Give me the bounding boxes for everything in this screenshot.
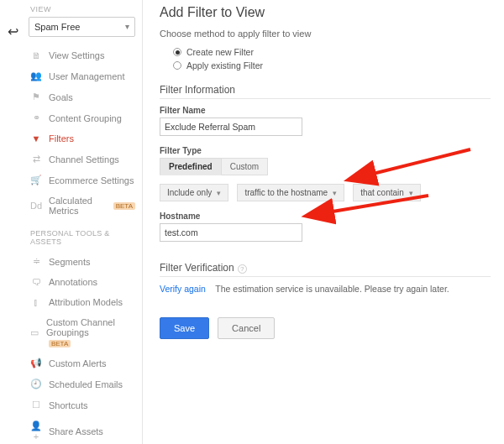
sidebar-item-goals[interactable]: ⚑ Goals bbox=[25, 86, 139, 107]
radio-label: Apply existing Filter bbox=[186, 60, 263, 71]
chevron-down-icon: ▾ bbox=[409, 189, 413, 197]
sidebar-item-label: User Management bbox=[49, 71, 125, 81]
sidebar-item-channel-settings[interactable]: ⇄ Channel Settings bbox=[25, 149, 139, 170]
channel-icon: ⇄ bbox=[30, 154, 42, 165]
segments-icon: ≑ bbox=[30, 256, 42, 267]
hostname-label: Hostname bbox=[160, 212, 491, 221]
sidebar-item-ecommerce-settings[interactable]: 🛒 Ecommerce Settings bbox=[25, 170, 139, 191]
sidebar-item-label: Attribution Models bbox=[49, 297, 123, 307]
sidebar-item-label: Annotations bbox=[49, 277, 97, 287]
section-personal-tools: PERSONAL TOOLS & ASSETS bbox=[25, 221, 139, 251]
sidebar-item-segments[interactable]: ≑ Segments bbox=[25, 251, 139, 272]
dropdown-include-exclude[interactable]: Include only▾ bbox=[160, 184, 228, 201]
sidebar-item-label: Custom Channel Groupings bbox=[46, 317, 115, 337]
radio-label: Create new Filter bbox=[186, 47, 254, 57]
sidebar-item-view-settings[interactable]: 🗎 View Settings bbox=[25, 45, 139, 65]
view-selector[interactable]: Spam Free bbox=[29, 17, 135, 37]
sidebar-item-filters[interactable]: ▼ Filters bbox=[25, 128, 139, 149]
sidebar-item-label: Ecommerce Settings bbox=[49, 175, 134, 185]
tab-predefined[interactable]: Predefined bbox=[160, 158, 222, 175]
sidebar-item-label: Content Grouping bbox=[49, 113, 122, 123]
sidebar-item-attribution-models[interactable]: ⫿ Attribution Models bbox=[25, 292, 139, 312]
verify-again-link[interactable]: Verify again bbox=[160, 284, 206, 294]
funnel-icon: ▼ bbox=[30, 133, 42, 144]
verify-message: The estimation service is unavailable. P… bbox=[215, 284, 449, 294]
info-icon: ? bbox=[238, 264, 247, 274]
group-icon: ⚭ bbox=[30, 112, 42, 123]
save-button[interactable]: Save bbox=[160, 317, 209, 339]
filter-name-label: Filter Name bbox=[160, 106, 491, 115]
chevron-down-icon: ▾ bbox=[217, 189, 221, 197]
cart-icon: 🛒 bbox=[30, 175, 42, 185]
cancel-button[interactable]: Cancel bbox=[218, 317, 275, 339]
dropdown-expression[interactable]: that contain▾ bbox=[353, 184, 421, 201]
sidebar-item-label: Segments bbox=[49, 257, 91, 267]
filter-type-tabs: Predefined Custom bbox=[160, 158, 491, 175]
filter-name-input[interactable] bbox=[160, 118, 302, 136]
hostname-input[interactable] bbox=[160, 223, 302, 242]
sidebar-item-label: Calculated Metrics bbox=[49, 196, 104, 216]
chevron-down-icon: ▾ bbox=[333, 189, 337, 197]
sidebar-item-scheduled-emails[interactable]: 🕘 Scheduled Emails bbox=[25, 373, 139, 394]
beta-badge: BETA bbox=[113, 202, 135, 210]
channel-group-icon: ▭ bbox=[30, 327, 39, 338]
sidebar-item-share-assets[interactable]: 👤+ Share Assets bbox=[25, 415, 139, 444]
choose-method-label: Choose method to apply filter to view bbox=[160, 29, 491, 39]
sidebar-item-label: Channel Settings bbox=[49, 154, 119, 165]
radio-apply-existing[interactable]: Apply existing Filter bbox=[160, 59, 491, 72]
bars-icon: ⫿ bbox=[30, 297, 42, 307]
sidebar-item-annotations[interactable]: 🗨 Annotations bbox=[25, 272, 139, 292]
dropdown-label: that contain bbox=[360, 188, 404, 197]
sidebar-item-label: Goals bbox=[49, 92, 73, 102]
clock-icon: 🕘 bbox=[30, 379, 42, 389]
annotation-icon: 🗨 bbox=[30, 277, 42, 287]
radio-create-new[interactable]: Create new Filter bbox=[160, 45, 491, 59]
sidebar-item-custom-channel-groupings[interactable]: ▭ Custom Channel Groupings BETA bbox=[25, 312, 139, 353]
page-title: Add Filter to View bbox=[160, 5, 491, 20]
filter-information-heading: Filter Information bbox=[160, 84, 491, 99]
tab-custom[interactable]: Custom bbox=[222, 158, 268, 175]
beta-badge: BETA bbox=[49, 340, 71, 347]
shortcut-icon: ☐ bbox=[30, 400, 42, 410]
dropdown-label: traffic to the hostname bbox=[244, 188, 328, 197]
view-heading: VIEW bbox=[25, 5, 139, 17]
sidebar-item-label: Filters bbox=[49, 133, 74, 144]
view-name: Spam Free bbox=[34, 22, 80, 32]
filter-type-label: Filter Type bbox=[160, 146, 491, 155]
sidebar-item-calculated-metrics[interactable]: Dd Calculated Metrics BETA bbox=[25, 191, 139, 221]
sidebar-item-label: View Settings bbox=[49, 50, 104, 60]
radio-icon bbox=[173, 48, 181, 56]
page-icon: 🗎 bbox=[30, 50, 42, 60]
dropdown-traffic-type[interactable]: traffic to the hostname▾ bbox=[237, 184, 344, 201]
sidebar-item-user-management[interactable]: 👥 User Management bbox=[25, 65, 139, 86]
dropdown-label: Include only bbox=[167, 188, 212, 197]
share-icon: 👤+ bbox=[30, 420, 42, 441]
radio-icon bbox=[173, 61, 181, 70]
megaphone-icon: 📢 bbox=[30, 358, 42, 368]
sidebar-item-custom-alerts[interactable]: 📢 Custom Alerts bbox=[25, 353, 139, 373]
dd-icon: Dd bbox=[30, 201, 42, 211]
sidebar-item-label: Scheduled Emails bbox=[49, 379, 123, 389]
people-icon: 👥 bbox=[30, 71, 42, 81]
sidebar-item-shortcuts[interactable]: ☐ Shortcuts bbox=[25, 394, 139, 415]
main-content: Add Filter to View Choose method to appl… bbox=[143, 0, 504, 444]
back-icon[interactable]: ↩ bbox=[8, 24, 18, 39]
sidebar-item-label: Shortcuts bbox=[49, 400, 87, 410]
sidebar-item-content-grouping[interactable]: ⚭ Content Grouping bbox=[25, 107, 139, 128]
sidebar-item-label: Share Assets bbox=[49, 426, 103, 436]
sidebar: VIEW Spam Free 🗎 View Settings 👥 User Ma… bbox=[25, 0, 143, 444]
filter-verification-heading: Filter Verification? bbox=[160, 262, 491, 277]
flag-icon: ⚑ bbox=[30, 91, 42, 102]
sidebar-item-label: Custom Alerts bbox=[49, 358, 106, 368]
